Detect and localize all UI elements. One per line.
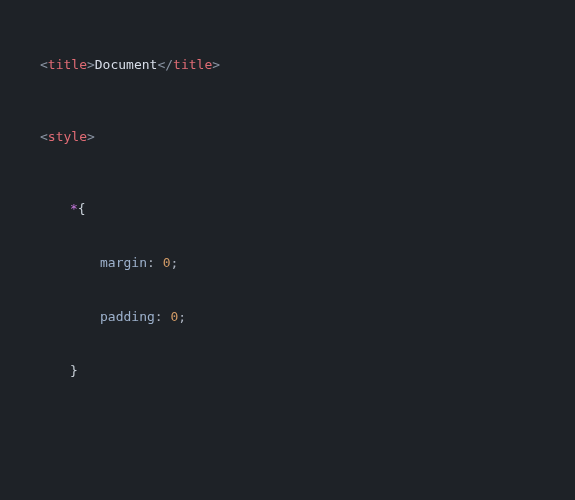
code-line: margin: 0; <box>0 254 575 272</box>
code-line: <style> <box>0 128 575 146</box>
code-line: padding: 0; <box>0 308 575 326</box>
code-editor[interactable]: <title>Document</title> <style> *{ margi… <box>0 0 575 500</box>
code-line: *{ <box>0 200 575 218</box>
blank-line <box>0 434 575 452</box>
code-line: <title>Document</title> <box>0 56 575 74</box>
code-line: } <box>0 362 575 380</box>
